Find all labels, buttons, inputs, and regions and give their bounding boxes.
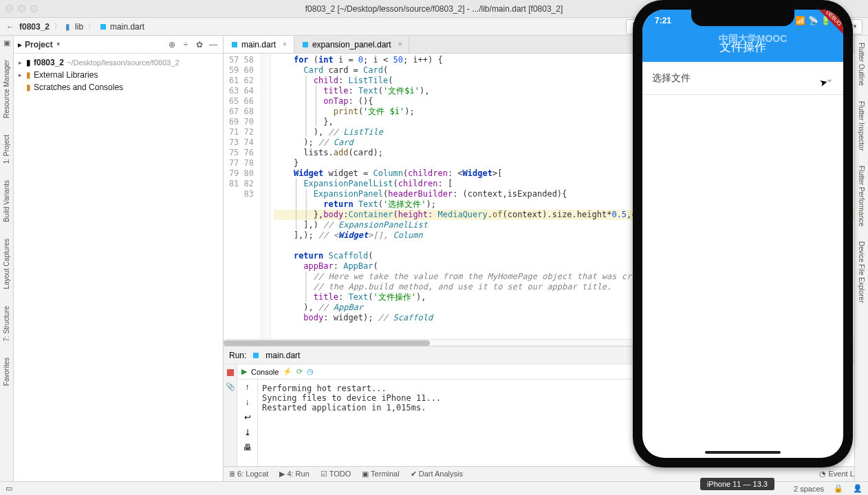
- window-title: f0803_2 [~/Desktop/lesson/source/f0803_2…: [305, 4, 563, 14]
- build-variants-tab[interactable]: Build Variants: [3, 176, 10, 226]
- flutter-outline-tab[interactable]: Flutter Outline: [858, 38, 865, 90]
- nav-back-arrow-icon[interactable]: ←: [4, 22, 17, 32]
- flutter-inspector-tab[interactable]: Flutter Inspector: [858, 97, 865, 155]
- status-icon[interactable]: ▭: [6, 484, 12, 493]
- soft-wrap-icon[interactable]: ↩: [244, 412, 251, 422]
- traffic-lights: [6, 5, 38, 12]
- notch: [691, 10, 794, 26]
- tree-row-external-libs[interactable]: ▸ ▮ External Libraries: [14, 69, 223, 81]
- dart-file-icon: [301, 41, 310, 49]
- device-file-explorer-tab[interactable]: Device File Explorer: [858, 237, 865, 307]
- lock-icon[interactable]: 🔒: [834, 484, 843, 493]
- caret-down-icon: ▼: [852, 23, 858, 30]
- status-icons: 📶 📡 🔋: [795, 16, 831, 25]
- open-devtools-icon[interactable]: ◷: [307, 367, 314, 376]
- minimize-window[interactable]: [18, 5, 25, 12]
- ios-simulator: DEBUG 7:21 📶 📡 🔋 中国大学MOOC 文件操作 选择文件 ⌄: [633, 0, 853, 468]
- left-toolwindow-bar: ▣ Resource Manager 1: Project Build Vari…: [0, 36, 14, 481]
- rerun-icon[interactable]: ▶: [241, 367, 247, 376]
- hot-reload-icon[interactable]: ⚡: [283, 367, 292, 376]
- breadcrumb-file[interactable]: main.dart: [110, 22, 144, 32]
- home-indicator[interactable]: [705, 451, 781, 454]
- caret-down-icon[interactable]: ▼: [56, 41, 61, 47]
- svg-marker-2: [232, 42, 237, 47]
- favorites-tab[interactable]: Favorites: [3, 353, 10, 390]
- project-tool-window: ▸ Project ▼ ⊕ ÷ ✿ — ▸ ▮ f0803_2 ~/Deskto…: [14, 36, 224, 481]
- app-bar: 中国大学MOOC 文件操作: [642, 32, 843, 62]
- down-arrow-icon[interactable]: ↓: [246, 397, 250, 407]
- tree-row-scratches[interactable]: ▮ Scratches and Consoles: [14, 81, 223, 94]
- tree-row-project[interactable]: ▸ ▮ f0803_2 ~/Desktop/lesson/source/f080…: [14, 56, 223, 69]
- simulator-device-label: iPhone 11 — 13.3: [700, 478, 774, 490]
- breadcrumb-sep-icon: 〉: [88, 22, 94, 31]
- project-tab[interactable]: 1: Project: [3, 131, 10, 168]
- inspector-icon[interactable]: 👤: [853, 484, 862, 493]
- stop-button[interactable]: [227, 369, 234, 376]
- expand-arrow-icon[interactable]: ▸: [17, 72, 23, 78]
- breadcrumb-project[interactable]: f0803_2: [19, 22, 50, 32]
- expand-arrow-icon[interactable]: ▸: [17, 59, 23, 66]
- logcat-tab[interactable]: ≣ 6: Logcat: [229, 470, 268, 478]
- clock: 7:21: [655, 16, 671, 25]
- panel-header-text: 选择文件: [652, 72, 691, 85]
- close-tab-icon[interactable]: ×: [283, 41, 287, 48]
- attach-icon[interactable]: 📎: [226, 382, 235, 392]
- folder-icon: ▸: [18, 40, 22, 50]
- fold-column[interactable]: [261, 54, 271, 339]
- console-tools: ↑ ↓ ↩ ⤓ 🖶: [237, 380, 258, 466]
- zoom-window[interactable]: [30, 5, 38, 12]
- run-tab[interactable]: ▶ 4: Run: [279, 470, 309, 478]
- flutter-performance-tab[interactable]: Flutter Performance: [858, 162, 865, 230]
- dart-file-icon: [252, 351, 260, 360]
- project-tree[interactable]: ▸ ▮ f0803_2 ~/Desktop/lesson/source/f080…: [14, 54, 223, 96]
- scroll-end-icon[interactable]: ⤓: [244, 428, 251, 437]
- watermark-logo: 中国大学MOOC: [719, 33, 788, 45]
- run-left-toolbar: 📎: [224, 364, 237, 466]
- scratch-icon: ▮: [26, 82, 31, 92]
- terminal-tab[interactable]: ▣ Terminal: [362, 470, 399, 478]
- run-config-name: main.dart: [265, 351, 300, 360]
- svg-marker-4: [253, 353, 259, 358]
- dart-file-icon: [99, 23, 107, 31]
- svg-marker-0: [100, 24, 106, 30]
- structure-tab[interactable]: 7: Structure: [3, 302, 10, 346]
- breadcrumb-folder[interactable]: lib: [75, 22, 83, 32]
- scrollbar-thumb[interactable]: [224, 340, 430, 346]
- project-header: ▸ Project ▼ ⊕ ÷ ✿ —: [14, 36, 223, 54]
- dart-file-icon: [230, 41, 239, 49]
- close-window[interactable]: [6, 5, 13, 12]
- image-icon[interactable]: ▣: [3, 38, 10, 47]
- run-title: Run:: [229, 351, 246, 360]
- resource-manager-tab[interactable]: Resource Manager: [3, 56, 10, 122]
- tab-expansion-panel[interactable]: expansion_panel.dart ×: [294, 36, 410, 53]
- svg-marker-3: [303, 42, 308, 47]
- locate-icon[interactable]: ⊕: [166, 40, 177, 50]
- hide-icon[interactable]: —: [208, 40, 219, 50]
- indent-status[interactable]: 2 spaces: [794, 485, 824, 493]
- simulator-screen[interactable]: DEBUG 7:21 📶 📡 🔋 中国大学MOOC 文件操作 选择文件 ⌄: [642, 10, 843, 458]
- up-arrow-icon[interactable]: ↑: [246, 382, 250, 392]
- close-tab-icon[interactable]: ×: [398, 41, 402, 48]
- library-icon: ▮: [26, 70, 31, 80]
- expansion-panel-header[interactable]: 选择文件 ⌄: [642, 62, 843, 95]
- print-icon[interactable]: 🖶: [243, 443, 252, 452]
- project-view-label[interactable]: Project: [25, 40, 53, 50]
- todo-tab[interactable]: ☑ TODO: [321, 470, 351, 478]
- collapse-icon[interactable]: ÷: [180, 40, 191, 50]
- hot-restart-icon[interactable]: ⟳: [296, 367, 303, 376]
- module-icon: ▮: [26, 58, 31, 67]
- breadcrumb-sep-icon: 〉: [54, 22, 61, 31]
- right-toolwindow-bar: Flutter Outline Flutter Inspector Flutte…: [854, 36, 868, 481]
- dart-analysis-tab[interactable]: ✔ Dart Analysis: [411, 470, 463, 478]
- tab-main-dart[interactable]: main.dart ×: [224, 36, 294, 53]
- console-tab[interactable]: Console: [251, 368, 279, 376]
- layout-captures-tab[interactable]: Layout Captures: [3, 234, 10, 293]
- settings-icon[interactable]: ✿: [194, 40, 205, 50]
- line-numbers: 57 58 59 60 61 62 63 64 65 66 67 68 69 7…: [224, 54, 261, 339]
- folder-icon: ▮: [65, 22, 70, 32]
